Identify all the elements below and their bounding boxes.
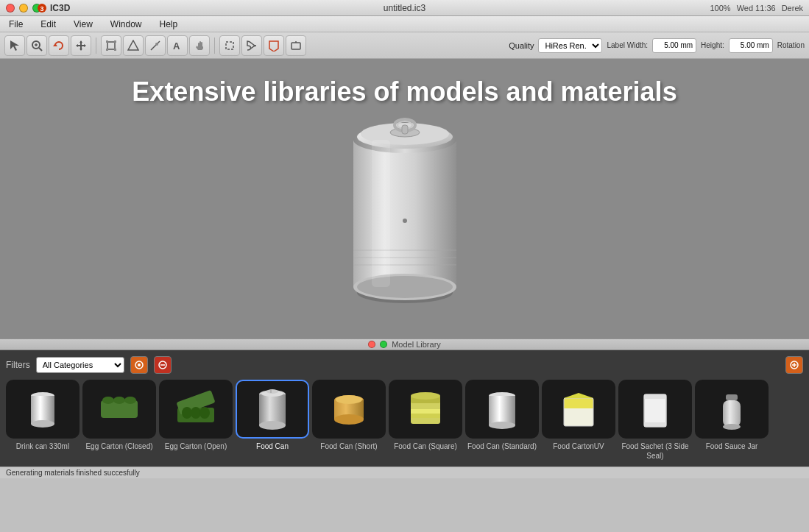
svg-marker-11 [84,44,86,47]
titlebar-datetime: Wed 11:36 [737,4,776,13]
svg-rect-12 [107,42,115,49]
titlebar-battery: 100% [710,4,731,13]
svg-marker-17 [128,40,138,50]
svg-rect-83 [644,394,666,399]
warp-tool-button[interactable] [241,35,262,56]
place-tool-button[interactable] [286,35,306,56]
svg-point-87 [723,424,741,430]
rotation-label: Rotation [777,41,805,49]
model-label-food-can-square: Food Can (Square) [394,441,457,451]
svg-rect-21 [292,43,300,49]
svg-rect-71 [411,409,440,414]
model-item-food-can-square[interactable]: Food Can (Square) [389,380,462,461]
label-width-input[interactable] [652,38,696,53]
svg-point-76 [489,422,515,429]
hand-tool-button[interactable] [189,35,210,56]
model-grid: Drink can 330mlEgg Carton (Closed)Egg Ca… [6,380,803,464]
quality-area: Quality HiRes Ren. Label Width: Height: … [509,38,805,53]
svg-rect-86 [723,400,741,427]
svg-rect-81 [644,394,666,427]
category-filter-select[interactable]: All Categories [36,357,124,373]
model-item-egg-carton-closed[interactable]: Egg Carton (Closed) [82,380,156,461]
pen-tool-button[interactable] [145,35,166,56]
model-item-food-can[interactable]: Food Can [236,380,309,461]
pan-tool-button[interactable] [71,35,91,56]
model-item-food-cartonuv[interactable]: Food CartonUV [542,380,615,461]
svg-point-57 [191,407,201,419]
svg-text:3: 3 [40,5,43,13]
menu-file[interactable]: File [6,19,26,29]
toolbar-separator-2 [214,38,215,54]
model-label-food-cartonuv: Food CartonUV [553,441,604,451]
svg-point-73 [411,392,440,400]
model-label-food-can-short: Food Can (Short) [320,441,377,451]
svg-rect-14 [114,40,116,43]
titlebar: 3 IC3D untitled.ic3 100% Wed 11:36 Derek [0,0,809,16]
quality-select[interactable]: HiRes Ren. [538,38,602,53]
label-tool-button[interactable] [264,35,284,56]
crop-tool-button[interactable] [219,35,240,56]
menu-edit[interactable]: Edit [38,19,59,29]
label-width-label: Label Width: [607,41,648,49]
model-item-food-sauce-jar[interactable]: Food Sauce Jar [695,380,769,461]
model-thumb-food-can-square [389,380,462,439]
model-item-food-can-short[interactable]: Food Can (Short) [312,380,386,461]
zoom-tool-button[interactable] [27,35,47,56]
3d-model-view [331,103,478,309]
shape-tool-button[interactable] [123,35,144,56]
svg-point-39 [403,219,407,223]
model-label-food-can: Food Can [256,441,289,451]
svg-marker-80 [564,393,593,398]
titlebar-username: Derek [782,4,803,13]
panel-close-btn[interactable] [368,341,375,348]
model-item-food-sachet[interactable]: Food Sachet (3 Side Seal) [618,380,692,461]
toolbar: A Quality HiRes Ren. Label Width: Height… [0,32,809,59]
model-thumb-food-sauce-jar [695,380,769,439]
height-input[interactable] [729,38,773,53]
svg-line-4 [39,48,42,51]
svg-rect-38 [372,140,390,287]
canvas-area[interactable]: Extensive libraries of models and materi… [0,59,809,338]
menu-view[interactable]: View [71,19,96,29]
filter-remove-button[interactable] [154,356,172,374]
status-text: Generating materials finished succesfull… [6,469,140,477]
close-button[interactable] [6,4,15,13]
model-item-egg-carton-open[interactable]: Egg Carton (Open) [159,380,233,461]
svg-rect-85 [726,394,738,400]
model-thumb-food-can-standard [465,380,539,439]
svg-rect-16 [114,49,116,51]
svg-point-52 [113,397,125,404]
model-item-drink-can-330ml[interactable]: Drink can 330ml [6,380,80,461]
rotate-tool-button[interactable] [49,35,69,56]
svg-rect-13 [106,40,108,43]
menu-help[interactable]: Help [157,19,181,29]
svg-rect-78 [564,398,593,408]
model-thumb-egg-carton-open [159,380,233,439]
model-thumb-food-can-short [312,380,386,439]
svg-rect-20 [226,42,233,49]
svg-point-67 [334,414,364,425]
menubar: File Edit View Window Help [0,16,809,32]
model-library-label: Model Library [392,340,441,349]
filter-right-button[interactable] [785,356,803,374]
minimize-button[interactable] [19,4,28,13]
panel-expand-btn[interactable] [380,341,387,348]
svg-marker-10 [76,44,78,47]
window-title: untitled.ic3 [384,3,425,13]
select-tool-button[interactable] [4,35,25,56]
text-tool-button[interactable]: A [167,35,188,56]
window-controls[interactable] [6,4,41,13]
model-thumb-drink-can-330ml [6,380,80,439]
app-name-area: 3 IC3D [37,3,70,13]
app-name-label: IC3D [50,3,70,13]
model-item-food-can-standard[interactable]: Food Can (Standard) [465,380,539,461]
model-label-food-sachet: Food Sachet (3 Side Seal) [618,441,692,461]
model-label-drink-can-330ml: Drink can 330ml [16,441,69,451]
menu-window[interactable]: Window [107,19,145,29]
svg-point-51 [102,397,114,404]
svg-rect-15 [106,49,108,51]
transform-tool-button[interactable] [101,35,121,56]
filter-active-button[interactable] [130,356,148,374]
svg-rect-72 [411,414,440,418]
model-thumb-food-cartonuv [542,380,615,439]
